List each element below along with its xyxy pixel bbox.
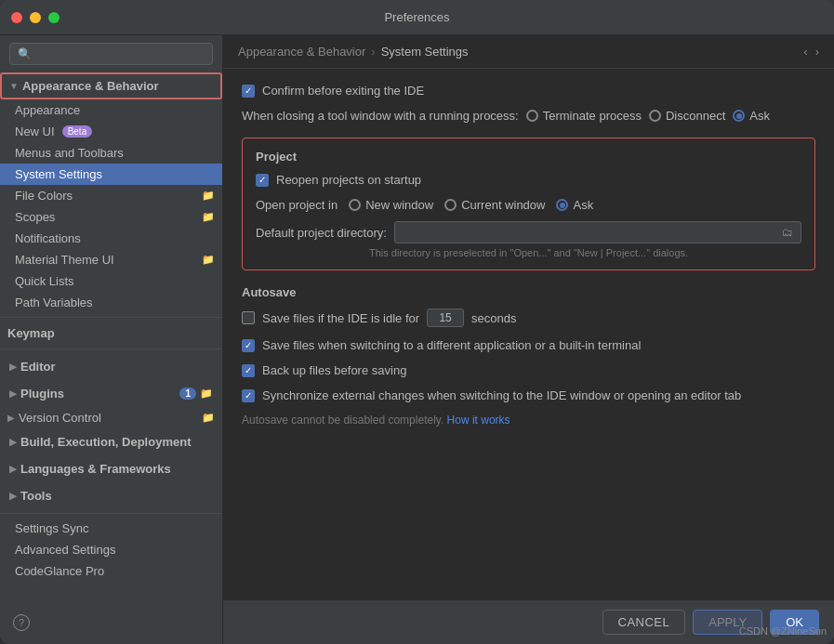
- ask-option-project[interactable]: Ask: [556, 198, 593, 212]
- confirm-exit-checkbox[interactable]: [242, 85, 255, 98]
- current-window-radio[interactable]: [444, 199, 457, 211]
- titlebar: Preferences: [0, 0, 834, 35]
- ask-label-project: Ask: [573, 198, 593, 212]
- autosave-note: Autosave cannot be disabled completely. …: [242, 414, 815, 427]
- breadcrumb-parent: Appearance & Behavior: [238, 45, 365, 59]
- traffic-lights: [11, 12, 60, 23]
- save-switching-label: Save files when switching to a different…: [262, 338, 641, 352]
- apply-button[interactable]: APPLY: [693, 610, 762, 635]
- sidebar-item-editor[interactable]: ▶ Editor: [0, 353, 222, 380]
- breadcrumb-nav[interactable]: ‹ ›: [803, 45, 819, 59]
- nav-back-icon[interactable]: ‹: [803, 45, 807, 59]
- reopen-projects-row: Reopen projects on startup: [256, 173, 801, 187]
- sidebar-item-plugins[interactable]: ▶ Plugins 1 📁: [0, 380, 222, 407]
- terminate-radio[interactable]: [526, 110, 538, 122]
- save-switching-row: Save files when switching to a different…: [242, 338, 815, 352]
- backup-files-checkbox[interactable]: [242, 364, 255, 377]
- folder-icon: 📁: [202, 412, 215, 424]
- save-idle-checkbox[interactable]: [242, 311, 255, 324]
- help-button[interactable]: ?: [13, 614, 30, 631]
- project-section: Project Reopen projects on startup Open …: [242, 138, 815, 270]
- current-window-label: Current window: [461, 198, 545, 212]
- terminate-process-option[interactable]: Terminate process: [526, 109, 642, 123]
- sidebar-item-system-settings[interactable]: System Settings: [0, 164, 222, 185]
- sidebar-item-languages[interactable]: ▶ Languages & Frameworks: [0, 455, 222, 482]
- backup-files-label: Back up files before saving: [262, 363, 406, 377]
- breadcrumb: Appearance & Behavior › System Settings …: [223, 35, 834, 69]
- chevron-right-icon: ▶: [9, 464, 17, 474]
- plugins-badge: 1: [179, 388, 196, 400]
- sidebar-item-tools[interactable]: ▶ Tools: [0, 482, 222, 509]
- ask-label-process: Ask: [749, 109, 770, 123]
- search-box[interactable]: 🔍: [9, 43, 213, 65]
- maximize-button[interactable]: [48, 12, 60, 23]
- window-title: Preferences: [384, 10, 449, 24]
- save-idle-label: Save files if the IDE is idle for: [262, 311, 419, 325]
- how-it-works-link[interactable]: How it works: [447, 414, 510, 427]
- sidebar-item-keymap[interactable]: Keymap: [0, 322, 222, 345]
- breadcrumb-separator: ›: [371, 45, 375, 59]
- folder-browse-icon[interactable]: 🗂: [782, 226, 793, 239]
- terminate-label: Terminate process: [543, 109, 642, 123]
- disconnect-radio[interactable]: [649, 110, 661, 122]
- folder-icon: 📁: [202, 254, 215, 266]
- chevron-right-icon: ▶: [9, 361, 17, 372]
- disconnect-option[interactable]: Disconnect: [649, 109, 725, 123]
- sidebar-item-path-variables[interactable]: Path Variables: [0, 292, 222, 313]
- save-switching-checkbox[interactable]: [242, 339, 255, 352]
- chevron-right-icon: ▶: [7, 413, 15, 423]
- current-window-option[interactable]: Current window: [444, 198, 545, 212]
- sidebar-item-material-theme[interactable]: Material Theme UI 📁: [0, 249, 222, 270]
- ok-button[interactable]: OK: [770, 610, 819, 635]
- cancel-button[interactable]: CANCEL: [602, 610, 686, 635]
- chevron-right-icon: ▶: [9, 437, 17, 447]
- sidebar-item-version-control[interactable]: ▶ Version Control 📁: [0, 407, 222, 428]
- sidebar-item-file-colors[interactable]: File Colors 📁: [0, 185, 222, 206]
- folder-icon: 📁: [202, 190, 215, 202]
- sidebar-item-label: Appearance & Behavior: [22, 79, 159, 93]
- sidebar-item-menus-toolbars[interactable]: Menus and Toolbars: [0, 142, 222, 164]
- sidebar-item-notifications[interactable]: Notifications: [0, 228, 222, 249]
- sidebar-item-scopes[interactable]: Scopes 📁: [0, 206, 222, 228]
- new-window-option[interactable]: New window: [349, 198, 433, 212]
- idle-seconds-input[interactable]: [427, 309, 464, 327]
- default-dir-row: Default project directory: 🗂: [256, 221, 801, 243]
- sidebar-item-advanced-settings[interactable]: Advanced Settings: [0, 539, 222, 560]
- main-area: 🔍 ▼ Appearance & Behavior Appearance New…: [0, 35, 834, 644]
- minimize-button[interactable]: [30, 12, 41, 23]
- open-project-label: Open project in: [256, 198, 338, 212]
- sync-external-row: Synchronize external changes when switch…: [242, 388, 815, 402]
- close-button[interactable]: [11, 12, 22, 23]
- sidebar-item-build-exec[interactable]: ▶ Build, Execution, Deployment: [0, 428, 222, 455]
- chevron-right-icon: ▶: [9, 388, 17, 399]
- sidebar-item-appearance-behavior[interactable]: ▼ Appearance & Behavior: [0, 72, 222, 99]
- reopen-projects-label: Reopen projects on startup: [276, 173, 421, 187]
- nav-forward-icon[interactable]: ›: [815, 45, 819, 59]
- seconds-label: seconds: [471, 311, 516, 325]
- sync-external-checkbox[interactable]: [242, 389, 255, 402]
- new-window-radio[interactable]: [349, 199, 361, 211]
- autosave-section: Autosave Save files if the IDE is idle f…: [242, 285, 815, 427]
- ask-option-process[interactable]: Ask: [733, 109, 770, 123]
- folder-icon: 📁: [200, 388, 213, 400]
- default-dir-label: Default project directory:: [256, 226, 387, 240]
- default-dir-input[interactable]: 🗂: [394, 221, 801, 243]
- settings-body: Confirm before exiting the IDE When clos…: [223, 69, 834, 599]
- footer: CANCEL APPLY OK: [223, 599, 834, 644]
- question-mark-icon: ?: [19, 617, 24, 628]
- ask-radio-process[interactable]: [733, 110, 745, 122]
- ask-radio-project[interactable]: [556, 199, 568, 211]
- sidebar-item-new-ui[interactable]: New UI Beta: [0, 121, 222, 142]
- new-ui-badge: Beta: [62, 125, 93, 138]
- reopen-projects-checkbox[interactable]: [256, 174, 269, 187]
- running-process-label: When closing a tool window with a runnin…: [242, 109, 519, 123]
- sync-external-label: Synchronize external changes when switch…: [262, 388, 741, 402]
- default-dir-hint: This directory is preselected in "Open..…: [256, 247, 801, 258]
- sidebar-item-quick-lists[interactable]: Quick Lists: [0, 270, 222, 292]
- sidebar-item-appearance[interactable]: Appearance: [0, 99, 222, 121]
- autosave-title: Autosave: [242, 285, 815, 299]
- confirm-exit-label: Confirm before exiting the IDE: [262, 84, 424, 98]
- sidebar-item-codeglance[interactable]: CodeGlance Pro: [0, 560, 222, 582]
- sidebar-item-settings-sync[interactable]: Settings Sync: [0, 518, 222, 539]
- content-panel: Appearance & Behavior › System Settings …: [223, 35, 834, 644]
